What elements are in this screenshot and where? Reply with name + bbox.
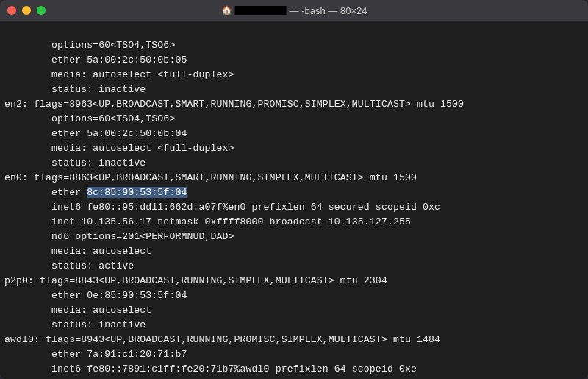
window-title: 🏠 — -bash — 80×24 — [221, 5, 368, 16]
output-line: options=60<TSO4,TSO6> — [4, 40, 175, 51]
output-line: inet 10.135.56.17 netmask 0xffff8000 bro… — [4, 216, 411, 227]
output-line: options=60<TSO4,TSO6> — [4, 113, 175, 124]
redacted-username — [235, 6, 287, 15]
home-icon: 🏠 — [221, 5, 232, 15]
output-line: status: active — [4, 261, 134, 272]
output-line: media: autoselect — [4, 246, 151, 257]
output-line: en2: flags=8963<UP,BROADCAST,SMART,RUNNI… — [4, 99, 464, 110]
output-line: media: autoselect — [4, 305, 151, 316]
output-line: en0: flags=8863<UP,BROADCAST,SMART,RUNNI… — [4, 172, 417, 183]
output-line: ether 5a:00:2c:50:0b:04 — [4, 128, 187, 139]
window-titlebar: 🏠 — -bash — 80×24 — [0, 0, 588, 21]
maximize-button[interactable] — [37, 6, 46, 15]
output-line: p2p0: flags=8843<UP,BROADCAST,RUNNING,SI… — [4, 275, 387, 286]
output-line: media: autoselect <full-duplex> — [4, 69, 234, 80]
output-line: awdl0: flags=8943<UP,BROADCAST,RUNNING,P… — [4, 334, 440, 345]
title-suffix: — -bash — 80×24 — [290, 5, 368, 16]
terminal-output[interactable]: options=60<TSO4,TSO6> ether 5a:00:2c:50:… — [0, 21, 588, 379]
output-line: status: inactive — [4, 157, 146, 169]
output-line: status: inactive — [4, 84, 146, 95]
output-line: ether 5a:00:2c:50:0b:05 — [4, 54, 187, 65]
output-line: ether 7a:91:c1:20:71:b7 — [4, 349, 187, 360]
output-line: ether 0e:85:90:53:5f:04 — [4, 290, 187, 301]
traffic-lights — [7, 6, 46, 15]
output-line: inet6 fe80::95:dd11:662d:a07f%en0 prefix… — [4, 202, 440, 213]
selected-text: 8c:85:90:53:5f:04 — [87, 187, 187, 198]
output-line: nd6 options=201<PERFORMNUD,DAD> — [4, 231, 234, 242]
minimize-button[interactable] — [22, 6, 31, 15]
output-line: ether 8c:85:90:53:5f:04 — [4, 187, 187, 198]
output-line: status: inactive — [4, 319, 146, 330]
output-line: media: autoselect <full-duplex> — [4, 143, 234, 154]
close-button[interactable] — [7, 6, 16, 15]
output-line: inet6 fe80::7891:c1ff:fe20:71b7%awdl0 pr… — [4, 364, 417, 375]
